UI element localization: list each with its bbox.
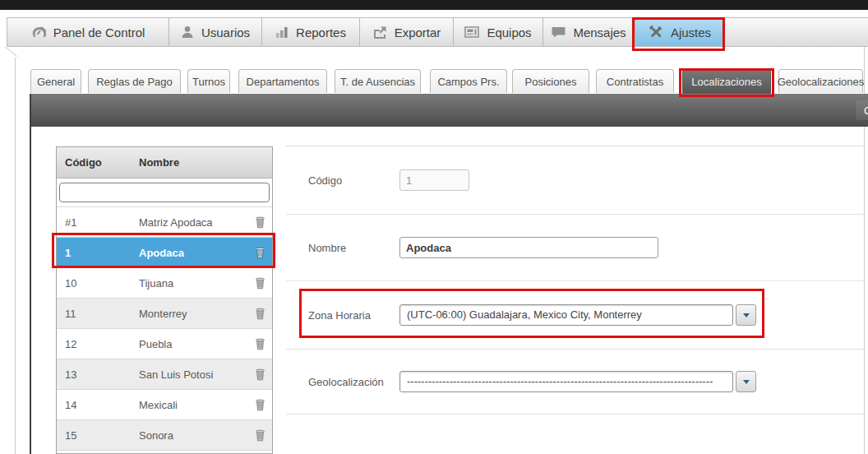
row-name: Mexicali bbox=[139, 399, 247, 411]
content-frame-line bbox=[30, 94, 31, 454]
location-row[interactable]: 10 Tijuana bbox=[57, 267, 272, 298]
row-code: 14 bbox=[57, 399, 139, 411]
zona-horaria-select[interactable]: (UTC-06:00) Guadalajara, Mexico City, Mo… bbox=[399, 304, 733, 326]
tab-reglas-de-pago[interactable]: Reglas de Pago bbox=[88, 69, 181, 93]
location-row-selected[interactable]: 1 Apodaca bbox=[57, 237, 272, 267]
toolbar-item-exportar[interactable]: Exportar bbox=[360, 18, 454, 46]
trash-icon[interactable] bbox=[247, 307, 272, 320]
form-row-empty bbox=[286, 415, 864, 454]
toolbar-item-ajustes[interactable]: Ajustes bbox=[635, 18, 724, 46]
toolbar-item-label: Usuarios bbox=[201, 25, 250, 39]
nombre-input[interactable] bbox=[399, 237, 658, 258]
app-screen: Panel de Control Usuarios Reportes Expor… bbox=[0, 0, 868, 454]
panel-corner-bevel bbox=[5, 47, 17, 57]
list-header: Código Nombre bbox=[57, 147, 272, 178]
location-row[interactable]: 13 San Luis Potosi bbox=[57, 359, 272, 389]
tab-departamentos[interactable]: Departamentos bbox=[238, 69, 327, 93]
row-code: #1 bbox=[57, 216, 139, 229]
tab-general[interactable]: General bbox=[30, 69, 81, 93]
row-code: 13 bbox=[57, 368, 139, 381]
location-row[interactable]: 14 Mexicali bbox=[57, 389, 272, 419]
top-black-bar bbox=[0, 0, 868, 10]
toolbar-item-panel-de-control[interactable]: Panel de Control bbox=[7, 18, 169, 46]
form-row-nombre: Nombre bbox=[286, 215, 864, 281]
tab-geolocalizaciones[interactable]: Geolocalizaciones bbox=[778, 69, 863, 93]
bar-chart-icon bbox=[275, 25, 289, 39]
toolbar-item-label: Ajustes bbox=[671, 25, 711, 39]
trash-icon[interactable] bbox=[247, 337, 272, 350]
codigo-input[interactable] bbox=[399, 169, 469, 191]
row-code: 11 bbox=[57, 308, 139, 320]
trash-icon[interactable] bbox=[247, 429, 272, 442]
row-name: San Luis Potosi bbox=[139, 368, 247, 381]
tab-turnos[interactable]: Turnos bbox=[187, 69, 230, 93]
settings-tabs: General Reglas de Pago Turnos Departamen… bbox=[0, 69, 868, 94]
tab-posiciones[interactable]: Posiciones bbox=[512, 69, 589, 93]
trash-icon[interactable] bbox=[247, 215, 272, 229]
row-code: 15 bbox=[57, 429, 139, 442]
tab-contratistas[interactable]: Contratistas bbox=[596, 69, 674, 93]
row-name: Sonora bbox=[139, 429, 247, 442]
column-header-codigo: Código bbox=[57, 156, 139, 169]
location-row[interactable]: 12 Puebla bbox=[57, 328, 272, 359]
location-detail-form: Código Nombre Zona Horaria (UTC-06:00) G… bbox=[286, 146, 864, 454]
location-row[interactable]: #1 Matriz Apodaca bbox=[57, 206, 272, 237]
gauge-icon bbox=[31, 25, 46, 39]
field-label: Nombre bbox=[308, 242, 346, 254]
trash-icon[interactable] bbox=[247, 368, 272, 381]
chevron-down-icon bbox=[743, 380, 750, 384]
list-search-row bbox=[57, 178, 272, 206]
row-name: Matriz Apodaca bbox=[139, 216, 247, 229]
toolbar-item-label: Equipos bbox=[487, 25, 531, 39]
tab-localizaciones[interactable]: Localizaciones bbox=[682, 69, 771, 94]
form-row-geolocalizacion: Geolocalización ------------------------… bbox=[286, 350, 864, 415]
zona-horaria-dropdown-button[interactable] bbox=[736, 304, 756, 326]
chevron-down-icon bbox=[743, 313, 750, 317]
row-code: 1 bbox=[57, 247, 139, 259]
field-label: Geolocalización bbox=[308, 376, 384, 388]
toolbar-item-label: Mensajes bbox=[573, 25, 626, 39]
location-row[interactable]: 11 Monterrey bbox=[57, 298, 272, 328]
toolbar-item-label: Panel de Control bbox=[53, 25, 145, 39]
create-button[interactable]: Cre bbox=[856, 100, 868, 120]
row-name: Puebla bbox=[139, 338, 247, 350]
field-label: Zona Horaria bbox=[308, 309, 371, 322]
tab-t-de-ausencias[interactable]: T. de Ausencias bbox=[335, 69, 421, 93]
form-row-zona-horaria: Zona Horaria (UTC-06:00) Guadalajara, Me… bbox=[286, 281, 864, 350]
field-label: Código bbox=[308, 174, 342, 187]
toolbar-item-equipos[interactable]: Equipos bbox=[454, 18, 543, 46]
list-search-input[interactable] bbox=[59, 183, 270, 202]
row-code: 12 bbox=[57, 338, 139, 350]
tools-icon bbox=[649, 25, 663, 39]
panel-border-left bbox=[15, 58, 16, 454]
row-name: Tijuana bbox=[139, 277, 247, 290]
form-row-codigo: Código bbox=[286, 146, 864, 215]
user-icon bbox=[181, 25, 194, 39]
location-row[interactable]: 15 Sonora bbox=[57, 419, 272, 450]
row-name: Apodaca bbox=[139, 247, 247, 259]
device-icon bbox=[464, 25, 479, 39]
toolbar-item-mensajes[interactable]: Mensajes bbox=[543, 18, 635, 46]
toolbar-item-reportes[interactable]: Reportes bbox=[262, 18, 360, 46]
geolocalizacion-select[interactable]: ----------------------------------------… bbox=[399, 371, 733, 392]
toolbar-item-usuarios[interactable]: Usuarios bbox=[169, 18, 262, 46]
location-row-partial[interactable] bbox=[57, 450, 272, 454]
trash-icon[interactable] bbox=[247, 276, 272, 290]
row-code: 10 bbox=[57, 277, 139, 290]
message-icon bbox=[552, 25, 566, 39]
column-header-nombre: Nombre bbox=[139, 156, 179, 169]
trash-icon[interactable] bbox=[247, 246, 272, 259]
locations-list-panel: Código Nombre #1 Matriz Apodaca 1 Apodac… bbox=[56, 146, 273, 454]
toolbar-item-label: Reportes bbox=[296, 25, 346, 39]
export-icon bbox=[372, 25, 387, 39]
geolocalizacion-dropdown-button[interactable] bbox=[736, 371, 756, 392]
section-action-bar: Cre bbox=[31, 94, 868, 127]
toolbar-item-label: Exportar bbox=[395, 25, 441, 39]
tab-campos-prs[interactable]: Campos Prs. bbox=[430, 69, 507, 93]
row-name: Monterrey bbox=[139, 308, 247, 320]
trash-icon[interactable] bbox=[247, 398, 272, 411]
main-toolbar: Panel de Control Usuarios Reportes Expor… bbox=[7, 17, 868, 47]
